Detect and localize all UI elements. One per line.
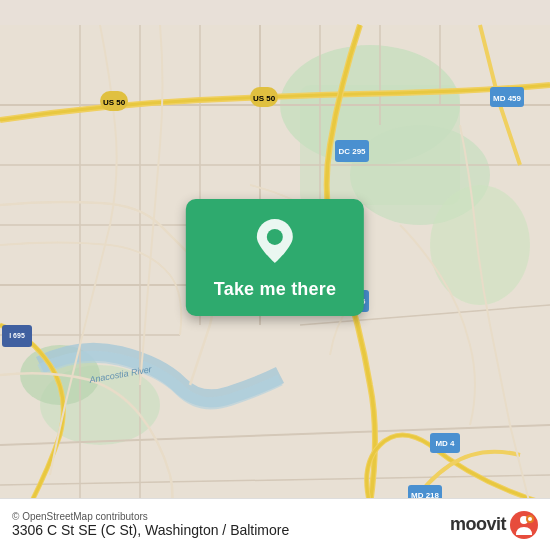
svg-text:DC 295: DC 295 — [338, 147, 366, 156]
svg-point-39 — [267, 229, 283, 245]
take-me-there-overlay: Take me there — [186, 199, 364, 316]
svg-text:MD 4: MD 4 — [435, 439, 455, 448]
svg-text:US 50: US 50 — [103, 98, 126, 107]
moovit-brand-text: moovit — [450, 514, 506, 535]
svg-text:MD 459: MD 459 — [493, 94, 522, 103]
svg-text:US 50: US 50 — [253, 94, 276, 103]
map-attribution: © OpenStreetMap contributors — [12, 511, 289, 522]
bottom-left: © OpenStreetMap contributors 3306 C St S… — [12, 511, 289, 538]
take-me-there-button[interactable]: Take me there — [214, 279, 336, 300]
map-container: I 695 US 50 US 50 DC 295 DC 295 MD 459 M… — [0, 0, 550, 550]
address-label: 3306 C St SE (C St), Washington / Baltim… — [12, 522, 289, 538]
moovit-icon — [510, 511, 538, 539]
moovit-logo: moovit — [450, 511, 538, 539]
bottom-bar: © OpenStreetMap contributors 3306 C St S… — [0, 498, 550, 550]
svg-text:I 695: I 695 — [9, 332, 25, 339]
svg-point-43 — [528, 517, 532, 521]
location-pin-icon — [255, 217, 295, 269]
svg-point-4 — [430, 185, 530, 305]
green-card: Take me there — [186, 199, 364, 316]
